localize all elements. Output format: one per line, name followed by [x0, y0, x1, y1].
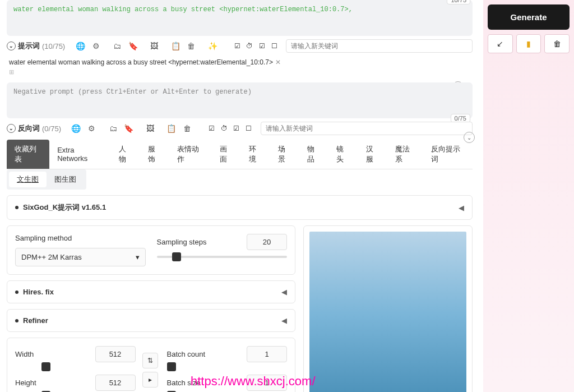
copy-icon[interactable]: 📋 [165, 122, 178, 135]
gear-icon[interactable]: ⚙ [86, 122, 98, 135]
chevron-down-circle-icon[interactable]: ⌄ [7, 124, 16, 133]
tab-picture[interactable]: 画面 [212, 140, 241, 169]
prompt-tag-chip[interactable]: water elemental woman walking across a b… [9, 58, 281, 66]
negative-keyword-input[interactable] [261, 122, 473, 135]
caret-left-icon: ◀ [459, 204, 464, 212]
negative-prompt-toolbar: ⌄ 反向词 (0/75) 🌐 ⚙ 🗂 🔖 🖼 📋 🗑 ☑ ⏱ ☑ ☐ ⌄ [7, 122, 473, 135]
negative-prompt-placeholder: Negative prompt (press Ctrl+Enter or Alt… [13, 88, 252, 96]
tab-negative-prompts[interactable]: 反向提示词 [423, 140, 473, 169]
bullet-icon [15, 206, 18, 209]
dimensions-panel: Width 512 Height 512 [7, 338, 295, 392]
positive-prompt-toolbar: ⌄ 提示词 (10/75) 🌐 ⚙ 🗂 🔖 🖼 📋 🗑 ✨ ☑ ⏱ ☑ ☐ [7, 39, 473, 53]
side-action-mobile[interactable]: ▮ [516, 34, 541, 53]
negative-prompt-textarea[interactable]: 0/75 Negative prompt (press Ctrl+Enter o… [7, 82, 473, 118]
trash-icon[interactable]: 🗑 [181, 122, 193, 135]
refiner-title: Refiner [23, 316, 48, 325]
toggle-check-2[interactable]: ☑ [232, 123, 242, 133]
positive-tag-area: water elemental woman walking across a b… [7, 57, 473, 77]
toggle-clock-icon[interactable]: ⏱ [244, 41, 254, 51]
sampling-method-label: Sampling method [15, 234, 146, 242]
positive-label: 提示词 [18, 41, 40, 51]
tab-person[interactable]: 人物 [111, 140, 140, 169]
bookmark-icon[interactable]: 🔖 [123, 122, 135, 135]
positive-prompt-textarea[interactable]: 10/75 water elemental woman walking acro… [7, 0, 473, 36]
image-icon[interactable]: 🖼 [144, 122, 156, 135]
sixgod-accordion[interactable]: SixGod_K提示词 v1.65.1 ◀ [7, 195, 473, 220]
positive-token-counter: 10/75 [447, 0, 470, 4]
positive-keyword-input[interactable] [286, 39, 473, 53]
tab-camera[interactable]: 镜头 [328, 140, 358, 169]
tab-environment[interactable]: 环境 [241, 140, 270, 169]
sampling-panel: Sampling method DPM++ 2M Karras ▾ Sampli… [7, 225, 295, 275]
toggle-check-1[interactable]: ☑ [232, 41, 242, 51]
output-image-area[interactable] [303, 225, 473, 392]
device-icon: ▮ [526, 39, 531, 48]
globe-icon[interactable]: 🌐 [74, 40, 86, 52]
hires-fix-accordion[interactable]: Hires. fix ◀ [7, 280, 295, 303]
dimensions-menu-button[interactable]: ▸ [142, 372, 158, 388]
collapse-down-icon[interactable]: ⌄ [464, 132, 475, 143]
toggle-check-2[interactable]: ☑ [257, 41, 267, 51]
tab-magic[interactable]: 魔法系 [387, 140, 423, 169]
chevron-down-icon: ▾ [136, 253, 140, 261]
swap-dimensions-button[interactable]: ⇅ [142, 353, 158, 368]
sixgod-title: SixGod_K提示词 v1.65.1 [23, 202, 106, 213]
hires-title: Hires. fix [23, 288, 54, 296]
batch-size-input[interactable]: 1 [247, 375, 287, 391]
close-icon[interactable]: ✕ [275, 58, 281, 66]
caret-left-icon: ◀ [281, 316, 287, 325]
batch-size-label: Batch size [167, 379, 201, 387]
globe-icon[interactable]: 🌐 [70, 122, 82, 135]
card-icon[interactable]: 🗂 [111, 40, 123, 52]
subtab-txt2img[interactable]: 文生图 [9, 172, 47, 187]
sampling-steps-label: Sampling steps [157, 238, 207, 246]
positive-count: (10/75) [42, 42, 65, 50]
bullet-icon [15, 290, 18, 294]
width-input[interactable]: 512 [95, 346, 136, 362]
height-label: Height [15, 379, 36, 387]
positive-prompt-text: water elemental woman walking across a b… [13, 6, 353, 13]
negative-count: (0/75) [42, 124, 61, 133]
tab-object[interactable]: 物品 [299, 140, 328, 169]
toggle-box-icon[interactable]: ☐ [269, 41, 279, 51]
toggle-box-icon[interactable]: ☐ [244, 123, 254, 133]
generated-image [309, 232, 466, 392]
tab-scene[interactable]: 场景 [270, 140, 299, 169]
sampling-method-value: DPM++ 2M Karras [21, 253, 82, 261]
tab-expression[interactable]: 表情动作 [169, 140, 212, 169]
arrow-down-left-icon: ↙ [497, 39, 503, 48]
sampling-steps-input[interactable]: 20 [247, 234, 287, 250]
sparkle-icon[interactable]: ✨ [206, 40, 219, 52]
trash-icon: 🗑 [553, 39, 561, 48]
caret-left-icon: ◀ [281, 288, 287, 296]
trash-icon[interactable]: 🗑 [185, 40, 197, 52]
tab-favorites[interactable]: 收藏列表 [7, 140, 49, 169]
height-input[interactable]: 512 [95, 375, 136, 391]
side-action-trash[interactable]: 🗑 [544, 34, 570, 53]
image-icon[interactable]: 🖼 [148, 40, 160, 52]
subtab-img2img[interactable]: 图生图 [47, 172, 84, 187]
refiner-accordion[interactable]: Refiner ◀ [7, 309, 295, 332]
bullet-icon [15, 319, 18, 322]
side-action-arrow[interactable]: ↙ [488, 34, 513, 53]
chevron-down-circle-icon[interactable]: ⌄ [7, 41, 16, 50]
prompt-tag-text: water elemental woman walking across a b… [9, 58, 273, 66]
tag-hint-icon: ⊞ [9, 68, 470, 76]
batch-count-label: Batch count [167, 350, 206, 358]
gear-icon[interactable]: ⚙ [90, 40, 102, 52]
tab-hanfu[interactable]: 汉服 [358, 140, 387, 169]
width-label: Width [15, 350, 34, 358]
mode-subtabs: 文生图 图生图 [7, 169, 86, 190]
generate-button[interactable]: Generate [488, 4, 570, 30]
sampling-method-select[interactable]: DPM++ 2M Karras ▾ [15, 248, 146, 266]
copy-icon[interactable]: 📋 [169, 40, 182, 52]
tab-clothing[interactable]: 服饰 [140, 140, 169, 169]
sampling-steps-slider[interactable] [157, 256, 288, 258]
batch-count-input[interactable]: 1 [247, 346, 287, 362]
bookmark-icon[interactable]: 🔖 [127, 40, 139, 52]
category-tabs: 收藏列表 Extra Networks 人物 服饰 表情动作 画面 环境 场景 … [7, 140, 473, 169]
toggle-clock-icon[interactable]: ⏱ [219, 123, 229, 133]
toggle-check-1[interactable]: ☑ [207, 123, 217, 133]
tab-extra-networks[interactable]: Extra Networks [49, 141, 111, 167]
card-icon[interactable]: 🗂 [107, 122, 119, 135]
